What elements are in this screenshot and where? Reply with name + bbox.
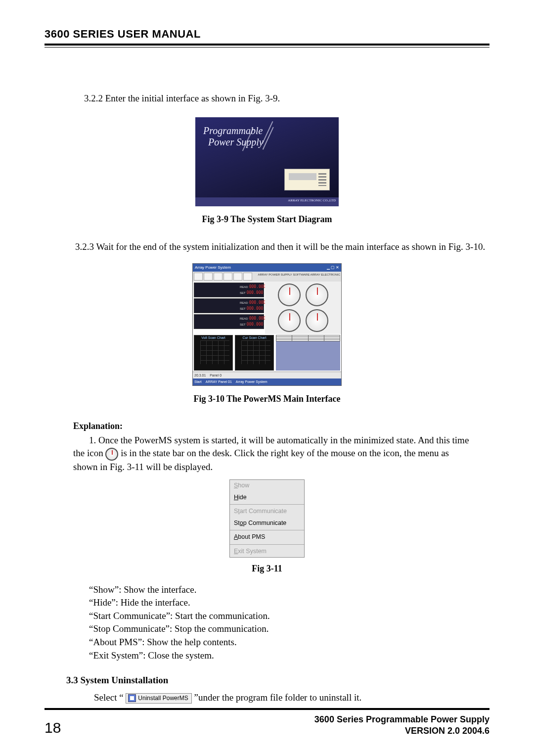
figure-3-9-caption: Fig 3-9 The System Start Diagram [44,213,490,226]
figure-3-10-window: Array Power System ▁ ▢ ✕ ARRAY POWER SUP… [192,263,342,386]
taskbar-item[interactable]: ARRAY Panel 01 [206,379,232,384]
menu-item-stop-communicate[interactable]: Stop Communicate [230,518,304,529]
label: art Communicate [240,508,287,515]
toolbar-button[interactable] [243,273,252,281]
footer-version-line: VERSION 2.0 2004.6 [314,725,490,737]
menu-item-show[interactable]: Show [230,480,304,492]
readout-read-label: READ [240,285,248,288]
gauge-icon [278,284,301,306]
readout-value: 000.000 [247,322,264,327]
readout-read-label: READ [240,317,248,320]
menu-definition: “About PMS”: Show the help contents. [44,636,490,649]
explanation-line-1a: 1. Once the PowerMS system is started, i… [44,434,490,447]
figure-3-9-splash: Programmable Power Supply ARRAY ELECTRON… [195,117,339,206]
splash-brandbar: ARRAY ELECTRONIC CO.,LTD [195,197,339,206]
menu-definition: “Exit System”: Close the system. [44,649,490,662]
page-number: 18 [44,719,61,736]
toolbar-button[interactable] [204,273,213,281]
splash-title-line2: Power Supply [208,137,264,147]
readout-value: 000.000 [249,300,266,305]
menu-separator [230,544,304,545]
menu-definition: “Hide”: Hide the interface. [44,596,490,610]
chart-title: Cur Scan Chart [242,336,266,339]
footer-product-line: 3600 Series Programmable Power Supply [314,714,490,725]
fig310-taskbar: Start ARRAY Panel 01 Array Power System [193,378,341,385]
toolbar-button[interactable] [194,273,203,281]
fig310-window-title: Array Power System [195,265,231,270]
hotkey: H [234,494,238,501]
para-3-2-2: 3.2.2 Enter the initial interface as sho… [44,92,490,105]
toolbar-button[interactable] [223,273,232,281]
text: Select “ [94,692,126,703]
menu-separator [230,530,304,530]
doc-header-title: 3600 SERIES USER MANUAL [44,28,490,41]
label: xit System [238,548,267,555]
fig310-side-table [276,335,340,371]
fig310-titlebar: Array Power System ▁ ▢ ✕ [193,264,341,271]
label: ide [238,494,247,501]
toolbar-button[interactable] [214,273,222,281]
taskbar-item[interactable]: Array Power System [236,379,267,384]
para-3-2-3: 3.2.3 Wait for the end of the system ini… [44,240,490,254]
toolbar-button[interactable] [233,273,242,281]
menu-definition: “Start Communicate”: Start the communica… [44,610,490,623]
menu-item-exit-system[interactable]: Exit System [230,546,304,558]
fig310-toolbar: ARRAY POWER SUPPLY SOFTWARE ARRAY ELECTR… [193,272,341,282]
readout-set-label: SET [240,323,246,326]
menu-separator [230,504,304,505]
fig310-right-header: ARRAY POWER SUPPLY SOFTWARE ARRAY ELECTR… [258,273,340,281]
explanation-heading: Explanation: [73,420,490,432]
figure-3-10-caption: Fig 3-10 The PowerMS Main Interface [44,393,490,405]
readout-value: 000.000 [249,316,266,321]
device-graphic [284,169,330,190]
splash-title: Programmable Power Supply [203,125,264,148]
text: ”under the program file folder to uninst… [194,692,361,703]
status-segment: Panel 0 [210,373,222,378]
uninstall-icon [128,694,136,702]
readout-set-label: SET [240,291,246,294]
menu-definition: “Stop Communicate”: Stop the communicati… [44,622,490,636]
menu-item-start-communicate[interactable]: Start Communicate [230,506,304,518]
readout-value: 000.000 [247,290,264,295]
menu-item-hide[interactable]: Hide [230,492,304,504]
label: p Communicate [243,520,287,526]
page: 3600 SERIES USER MANUAL 3.2.2 Enter the … [0,0,534,756]
figure-3-11-caption: Fig 3-11 [44,563,490,575]
explanation-line-1b: the icon is in the state bar on the desk… [44,447,490,461]
readout-value: 000.000 [249,284,266,289]
cur-scan-chart: Cur Scan Chart [235,335,274,371]
readout-set-label: SET [240,307,246,310]
menu-item-about-pms[interactable]: About PMS [230,531,304,543]
figure-3-11-context-menu: Show Hide Start Communicate Stop Communi… [229,479,305,558]
hotkey: o [240,520,243,526]
uninstall-powerms-item[interactable]: Uninstall PowerMS [126,693,191,704]
explanation-line-1c: shown in Fig. 3-11 will be displayed. [44,461,490,474]
fig310-statusbar: 20.3.01 Panel 0 [193,372,341,379]
gauge-icon [306,309,328,332]
text: the icon [73,448,105,458]
tray-gauge-icon [105,448,118,461]
footer: 18 3600 Series Programmable Power Supply… [44,707,490,736]
fig310-left-readouts: READ000.000 SET000.000 READ000.000 SET00… [193,282,265,334]
label: St [234,520,240,526]
section-3-3-body: Select “ Uninstall PowerMS ”under the pr… [44,691,490,705]
label: how [238,482,249,489]
footer-rule-thick [44,709,490,710]
text: is in the state bar on the desk. Click t… [121,448,449,458]
gauge-icon [306,284,328,306]
fig310-right-dials [265,282,341,334]
gauge-icon [278,309,301,332]
volt-scan-chart: Volt Scan Chart [194,335,233,371]
readout-read-label: READ [240,301,248,304]
section-3-3-heading: 3.3 System Uninstallation [66,674,490,687]
uninstall-label: Uninstall PowerMS [138,694,188,703]
label: bout PMS [238,533,265,540]
taskbar-start[interactable]: Start [194,379,202,384]
body: 3.2.2 Enter the initial interface as sho… [44,47,490,704]
window-controls-icon: ▁ ▢ ✕ [327,265,339,270]
menu-definition: “Show”: Show the interface. [44,583,490,597]
readout-value: 000.000 [247,306,264,311]
splash-title-line1: Programmable [203,125,263,136]
status-segment: 20.3.01 [194,373,206,378]
chart-title: Volt Scan Chart [201,336,225,339]
